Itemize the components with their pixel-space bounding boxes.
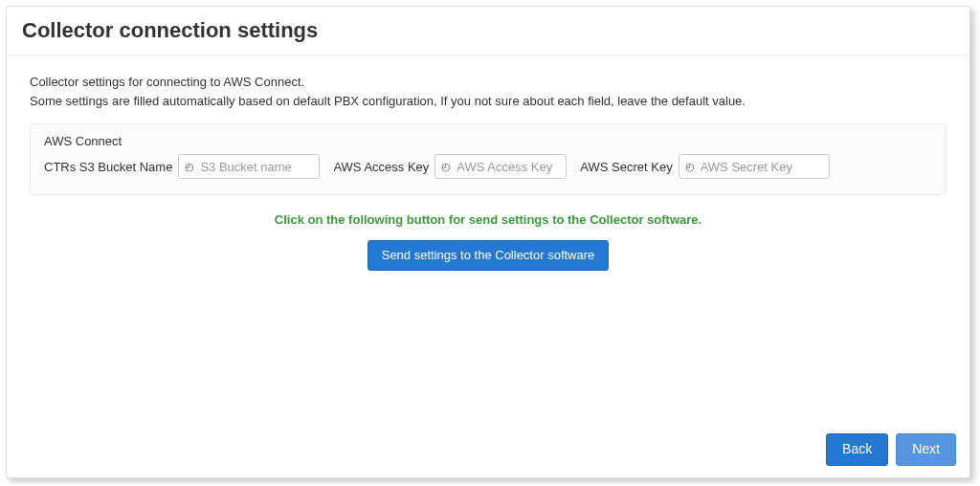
- send-hint: Click on the following button for send s…: [30, 212, 947, 227]
- info-icon: ◴: [439, 160, 453, 173]
- bucket-field-group: CTRs S3 Bucket Name ◴: [44, 154, 320, 179]
- secret-key-label: AWS Secret Key: [580, 160, 672, 174]
- panel-heading: Collector connection settings: [7, 7, 969, 55]
- access-key-field-group: AWS Access Key ◴: [333, 154, 567, 179]
- send-button-row: Send settings to the Collector software: [30, 240, 947, 271]
- back-button[interactable]: Back: [826, 433, 888, 466]
- next-button[interactable]: Next: [896, 433, 956, 466]
- bucket-input[interactable]: [200, 160, 315, 174]
- settings-panel: Collector connection settings Collector …: [6, 6, 970, 478]
- fields-row: CTRs S3 Bucket Name ◴ AWS Access Key ◴ A…: [44, 154, 932, 179]
- send-settings-button[interactable]: Send settings to the Collector software: [368, 240, 610, 271]
- intro-line-1: Collector settings for connecting to AWS…: [30, 73, 947, 92]
- secret-key-input[interactable]: [701, 160, 825, 174]
- bucket-input-wrap: ◴: [178, 154, 320, 179]
- aws-connect-fieldset: AWS Connect CTRs S3 Bucket Name ◴ AWS Ac…: [30, 123, 947, 195]
- wizard-footer-buttons: Back Next: [826, 433, 956, 466]
- panel-body: Collector settings for connecting to AWS…: [7, 55, 969, 280]
- info-icon: ◴: [683, 160, 697, 173]
- bucket-label: CTRs S3 Bucket Name: [44, 160, 172, 174]
- secret-key-input-wrap: ◴: [679, 154, 830, 179]
- access-key-input[interactable]: [457, 160, 562, 174]
- access-key-label: AWS Access Key: [333, 160, 429, 174]
- intro-line-2: Some settings are filled automatically b…: [30, 92, 947, 111]
- secret-key-field-group: AWS Secret Key ◴: [580, 154, 829, 179]
- fieldset-title: AWS Connect: [44, 134, 932, 148]
- info-icon: ◴: [183, 160, 196, 173]
- page-title: Collector connection settings: [22, 18, 954, 43]
- access-key-input-wrap: ◴: [434, 154, 567, 179]
